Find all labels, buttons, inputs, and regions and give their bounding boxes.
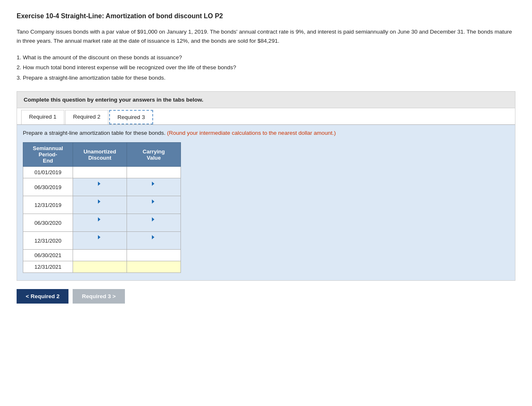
- tab-content-area: Prepare a straight-line amortization tab…: [17, 125, 515, 280]
- table-row-discount-1[interactable]: [73, 178, 127, 196]
- table-row-date-2: 12/31/2019: [23, 196, 73, 214]
- input-carrying-4[interactable]: [130, 240, 177, 248]
- table-row-discount-5[interactable]: [73, 250, 127, 261]
- prev-arrow-icon: [26, 293, 31, 299]
- question-2: 2. How much total bond interest expense …: [17, 63, 515, 73]
- table-row-carrying-0[interactable]: [127, 167, 181, 178]
- input-discount-4[interactable]: [76, 240, 123, 248]
- input-carrying-2[interactable]: [130, 204, 177, 212]
- table-row-discount-4[interactable]: [73, 232, 127, 250]
- input-carrying-5[interactable]: [130, 251, 177, 259]
- table-row-carrying-2[interactable]: [127, 196, 181, 214]
- input-discount-5[interactable]: [76, 251, 123, 259]
- tab-required-2[interactable]: Required 2: [65, 110, 108, 124]
- input-discount-0[interactable]: [76, 168, 123, 176]
- next-button[interactable]: Required 3: [73, 289, 124, 304]
- table-row-carrying-3[interactable]: [127, 214, 181, 232]
- instruction-box: Complete this question by entering your …: [17, 91, 515, 108]
- col-header-carrying: Carrying Value: [127, 143, 181, 167]
- question-3: 3. Prepare a straight-line amortization …: [17, 73, 515, 83]
- tabs-row: Required 1 Required 2 Required 3: [17, 108, 515, 125]
- table-row-date-4: 12/31/2020: [23, 232, 73, 250]
- input-discount-2[interactable]: [76, 204, 123, 212]
- table-row-date-3: 06/30/2020: [23, 214, 73, 232]
- input-carrying-1[interactable]: [130, 186, 177, 194]
- table-row-date-6: 12/31/2021: [23, 261, 73, 273]
- tab-required-3[interactable]: Required 3: [109, 110, 153, 124]
- table-row-carrying-4[interactable]: [127, 232, 181, 250]
- table-row-carrying-1[interactable]: [127, 178, 181, 196]
- table-row-date-0: 01/01/2019: [23, 167, 73, 178]
- table-row-discount-2[interactable]: [73, 196, 127, 214]
- table-row-date-1: 06/30/2019: [23, 178, 73, 196]
- tab-instruction-static: Prepare a straight-line amortization tab…: [23, 130, 166, 136]
- table-row-discount-0[interactable]: [73, 167, 127, 178]
- amortization-table: Semiannual Period- End Unamortized Disco…: [23, 142, 181, 273]
- page-title: Exercise 10-4 Straight-Line: Amortizatio…: [17, 12, 515, 20]
- prev-button[interactable]: Required 2: [17, 289, 68, 304]
- tab-instruction: Prepare a straight-line amortization tab…: [23, 129, 509, 137]
- table-row-discount-3[interactable]: [73, 214, 127, 232]
- table-row-date-5: 06/30/2021: [23, 250, 73, 261]
- input-carrying-6[interactable]: [130, 263, 177, 271]
- prev-button-label: Required 2: [31, 293, 60, 299]
- tab-required-1[interactable]: Required 1: [21, 110, 64, 124]
- question-1: 1. What is the amount of the discount on…: [17, 53, 515, 63]
- input-carrying-0[interactable]: [130, 168, 177, 176]
- input-discount-6[interactable]: [76, 263, 123, 271]
- next-button-label: Required 3: [82, 293, 111, 299]
- input-discount-1[interactable]: [76, 186, 123, 194]
- table-row-carrying-6[interactable]: [127, 261, 181, 273]
- input-carrying-3[interactable]: [130, 222, 177, 230]
- description: Tano Company issues bonds with a par val…: [17, 27, 515, 45]
- table-row-discount-6[interactable]: [73, 261, 127, 273]
- col-header-period: Semiannual Period- End: [23, 143, 73, 167]
- tab-instruction-red-text: (Round your intermediate calculations to…: [167, 130, 336, 136]
- questions-list: 1. What is the amount of the discount on…: [17, 53, 515, 83]
- next-arrow-icon: [111, 293, 116, 299]
- tabs-container: Required 1 Required 2 Required 3 Prepare…: [17, 108, 515, 281]
- nav-buttons: Required 2 Required 3: [17, 289, 515, 304]
- table-row-carrying-5[interactable]: [127, 250, 181, 261]
- input-discount-3[interactable]: [76, 222, 123, 230]
- col-header-discount: Unamortized Discount: [73, 143, 127, 167]
